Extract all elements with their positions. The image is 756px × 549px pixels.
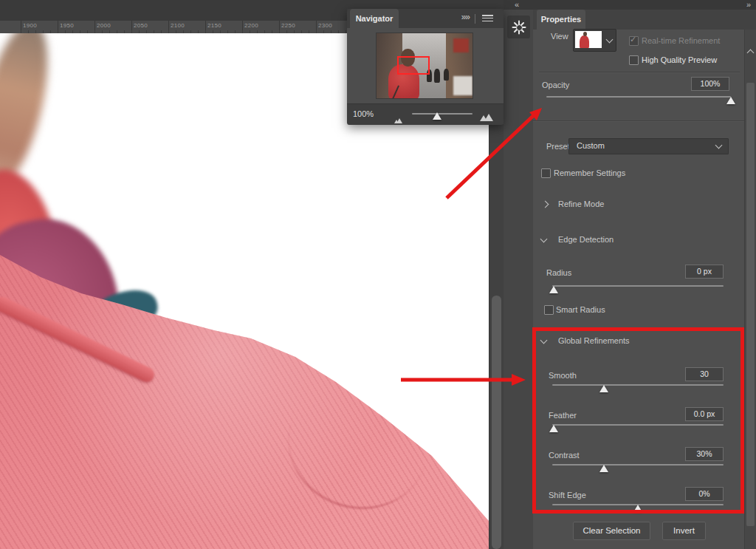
navigator-zoom-slider[interactable] bbox=[412, 109, 472, 119]
contrast-slider[interactable] bbox=[552, 461, 724, 473]
section-refine-mode[interactable]: Refine Mode bbox=[539, 198, 738, 211]
smart-radius-label: Smart Radius bbox=[556, 305, 605, 314]
smooth-label: Smooth bbox=[549, 371, 577, 380]
select-and-mask-panel-icon[interactable] bbox=[507, 16, 530, 38]
panel-icon-strip bbox=[504, 10, 534, 549]
shift-edge-label: Shift Edge bbox=[549, 491, 586, 499]
red-awning bbox=[453, 38, 469, 52]
collapse-panel-icon[interactable]: »» bbox=[461, 12, 470, 22]
bag-strap bbox=[392, 85, 399, 98]
smart-radius-checkbox[interactable] bbox=[544, 305, 554, 315]
opacity-slider-thumb[interactable] bbox=[726, 97, 735, 104]
view-mode-dropdown[interactable] bbox=[573, 29, 616, 52]
shift-edge-value[interactable]: 0% bbox=[685, 487, 724, 501]
ruler-tick-label: 2250 bbox=[281, 22, 295, 29]
navigator-view-box[interactable] bbox=[397, 56, 430, 75]
zoom-in-icon[interactable] bbox=[480, 111, 493, 124]
refine-mode-label: Refine Mode bbox=[558, 200, 604, 208]
high-quality-preview-checkbox[interactable] bbox=[629, 55, 639, 65]
ruler-tick-label: 2100 bbox=[171, 22, 185, 29]
preset-value: Custom bbox=[577, 141, 605, 150]
remember-settings-label: Remember Settings bbox=[554, 168, 625, 177]
thumbnail-person-figure bbox=[580, 35, 589, 48]
navigator-preview-thumbnail[interactable] bbox=[377, 33, 472, 98]
panel-scrollbar[interactable] bbox=[744, 30, 756, 549]
smooth-slider[interactable] bbox=[552, 381, 724, 393]
tab-properties[interactable]: Properties bbox=[537, 10, 585, 30]
expand-panels-icon[interactable]: » bbox=[746, 0, 750, 9]
canvas-scrollbar-thumb[interactable] bbox=[492, 296, 501, 549]
navigator-tab-bar: Navigator »» bbox=[347, 9, 504, 28]
divider bbox=[539, 72, 740, 72]
ruler-tick bbox=[131, 21, 132, 33]
ruler-tick bbox=[21, 21, 21, 33]
navigator-zoom-slider-thumb[interactable] bbox=[433, 112, 441, 120]
panel-menu-icon[interactable] bbox=[482, 15, 493, 22]
ruler-tick-label: 1900 bbox=[23, 22, 37, 29]
realtime-refinement-checkbox[interactable] bbox=[629, 36, 639, 46]
collapse-panels-icon[interactable]: « bbox=[515, 0, 518, 9]
scroll-up-icon[interactable] bbox=[747, 50, 755, 57]
ruler-tick bbox=[94, 21, 95, 33]
ruler-tick-label: 2300 bbox=[318, 22, 332, 29]
feather-label: Feather bbox=[549, 411, 577, 420]
ruler-tick-label: 2000 bbox=[97, 22, 111, 29]
opacity-label: Opacity bbox=[542, 81, 569, 89]
contrast-label: Contrast bbox=[549, 451, 580, 460]
view-mode-thumbnail bbox=[575, 31, 602, 48]
radius-slider-thumb[interactable] bbox=[549, 286, 558, 293]
radius-slider[interactable] bbox=[552, 282, 724, 294]
chevron-down-icon bbox=[606, 36, 614, 44]
view-label: View bbox=[551, 32, 568, 41]
ruler-tick bbox=[316, 21, 317, 33]
ruler-tick bbox=[205, 21, 206, 33]
section-edge-detection[interactable]: Edge Detection bbox=[539, 233, 738, 247]
panel-scrollbar-thumb[interactable] bbox=[746, 83, 755, 526]
opacity-slider[interactable] bbox=[546, 93, 731, 105]
chevron-right-icon bbox=[542, 201, 549, 208]
chevron-down-icon bbox=[540, 337, 548, 344]
photoshop-select-and-mask-window: 190019502000205021002150220022502300 « »… bbox=[0, 0, 756, 549]
edge-detection-label: Edge Detection bbox=[558, 235, 614, 244]
invert-button[interactable]: Invert bbox=[662, 522, 706, 540]
ruler-tick-label: 1950 bbox=[60, 22, 74, 29]
feather-slider[interactable] bbox=[552, 421, 724, 433]
clear-selection-button[interactable]: Clear Selection bbox=[573, 522, 650, 540]
chevron-down-icon bbox=[715, 142, 723, 149]
zoom-out-icon[interactable] bbox=[394, 113, 402, 126]
chevron-down-icon bbox=[540, 236, 548, 243]
preset-dropdown[interactable]: Custom bbox=[568, 138, 729, 154]
ruler-tick bbox=[279, 21, 280, 33]
ruler-tick-label: 2200 bbox=[244, 22, 258, 29]
navigator-zoom-bar: 100% bbox=[347, 103, 504, 125]
navigator-panel: Navigator »» 100% bbox=[347, 9, 504, 124]
smooth-value[interactable]: 30 bbox=[685, 367, 724, 381]
panel-top-bar: « » bbox=[504, 0, 756, 10]
tab-navigator[interactable]: Navigator bbox=[350, 9, 399, 28]
navigator-body bbox=[347, 28, 504, 103]
remember-settings-checkbox[interactable] bbox=[541, 168, 551, 178]
realtime-refinement-label: Real-time Refinement bbox=[642, 36, 720, 45]
contrast-value[interactable]: 30% bbox=[685, 447, 724, 461]
shift-edge-slider-thumb[interactable] bbox=[633, 505, 642, 512]
ruler-tick bbox=[242, 21, 243, 33]
opacity-value[interactable]: 100% bbox=[691, 77, 729, 91]
high-quality-preview-label: High Quality Preview bbox=[642, 55, 717, 64]
storefront bbox=[453, 76, 472, 95]
contrast-slider-thumb[interactable] bbox=[599, 465, 608, 472]
divider bbox=[533, 120, 744, 121]
shift-edge-slider[interactable] bbox=[552, 501, 724, 513]
pedestrian bbox=[444, 69, 449, 81]
ruler-tick-label: 2050 bbox=[134, 22, 148, 29]
pedestrian bbox=[434, 69, 440, 83]
section-global-refinements[interactable]: Global Refinements bbox=[539, 335, 738, 348]
smooth-slider-thumb[interactable] bbox=[599, 385, 608, 392]
feather-value[interactable]: 0.0 px bbox=[685, 407, 724, 421]
ruler-tick bbox=[58, 21, 58, 33]
ruler-tick bbox=[168, 21, 169, 33]
global-refinements-label: Global Refinements bbox=[558, 336, 630, 345]
feather-slider-thumb[interactable] bbox=[549, 425, 558, 432]
radius-value[interactable]: 0 px bbox=[685, 265, 724, 279]
navigator-zoom-value[interactable]: 100% bbox=[353, 109, 374, 118]
properties-panel-header: Properties bbox=[533, 10, 756, 30]
